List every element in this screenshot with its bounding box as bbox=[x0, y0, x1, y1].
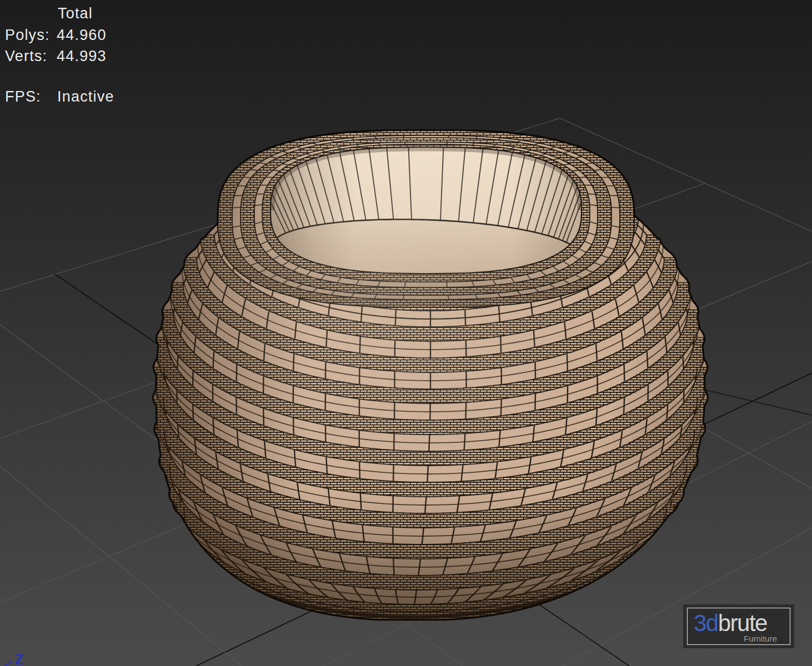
svg-text:44.993: 44.993 bbox=[57, 48, 107, 64]
svg-text:Polys:: Polys: bbox=[5, 27, 50, 43]
svg-text:Inactive: Inactive bbox=[57, 88, 114, 105]
svg-text:Verts:: Verts: bbox=[5, 48, 47, 64]
svg-text:3dbrute: 3dbrute bbox=[694, 610, 767, 636]
svg-text:Z: Z bbox=[15, 652, 23, 666]
svg-text:Total: Total bbox=[58, 5, 93, 22]
svg-text:Furniture: Furniture bbox=[744, 634, 777, 643]
svg-text:FPS:: FPS: bbox=[5, 88, 41, 105]
svg-text:44.960: 44.960 bbox=[57, 27, 107, 43]
